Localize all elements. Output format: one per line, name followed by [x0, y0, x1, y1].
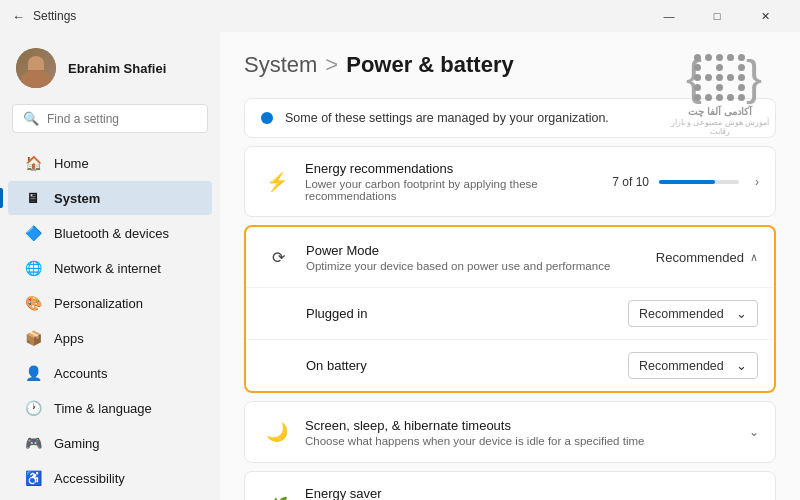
sidebar-item-gaming[interactable]: 🎮 Gaming [8, 426, 212, 460]
screen-sleep-title: Screen, sleep, & hibernate timeouts [305, 418, 741, 433]
chevron-down-icon: ⌄ [749, 425, 759, 439]
watermark: { } آکادمی آلفا چت آموزش هوش مصنوعی و با… [660, 52, 780, 136]
sidebar: Ebrahim Shafiei 🔍 🏠 Home 🖥 System 🔷 Blue… [0, 32, 220, 500]
progress-fill [659, 180, 715, 184]
sidebar-item-label: Gaming [54, 436, 100, 451]
energy-recommendations-info: Energy recommendations Lower your carbon… [293, 161, 612, 202]
info-banner-text: Some of these settings are managed by yo… [285, 111, 609, 125]
accessibility-icon: ♿ [24, 469, 42, 487]
sidebar-item-label: Network & internet [54, 261, 161, 276]
watermark-text: آکادمی آلفا چت [660, 106, 780, 117]
progress-section: 7 of 10 [612, 175, 739, 189]
screen-sleep-icon: 🌙 [261, 416, 293, 448]
dropdown-chevron-icon: ⌄ [736, 358, 747, 373]
on-battery-dropdown[interactable]: Recommended ⌄ [628, 352, 758, 379]
main-content: { } آکادمی آلفا چت آموزش هوش مصنوعی و با… [220, 32, 800, 500]
nav-list: 🏠 Home 🖥 System 🔷 Bluetooth & devices 🌐 … [0, 141, 220, 500]
apps-icon: 📦 [24, 329, 42, 347]
plugged-in-label: Plugged in [306, 306, 628, 321]
sidebar-item-label: System [54, 191, 100, 206]
power-mode-desc: Optimize your device based on power use … [306, 260, 656, 272]
energy-recommendations-row[interactable]: ⚡ Energy recommendations Lower your carb… [245, 147, 775, 216]
energy-recommendations-card[interactable]: ⚡ Energy recommendations Lower your carb… [244, 146, 776, 217]
time-icon: 🕐 [24, 399, 42, 417]
chevron-up-icon: ∧ [750, 251, 758, 264]
energy-recommendations-title: Energy recommendations [305, 161, 612, 176]
energy-saver-card[interactable]: 🌿 Energy saver Reduce power consumption … [244, 471, 776, 500]
info-dot-icon [261, 112, 273, 124]
plugged-in-row: Plugged in Recommended ⌄ [246, 287, 774, 339]
sidebar-item-label: Apps [54, 331, 84, 346]
breadcrumb-parent: System [244, 52, 317, 78]
sidebar-item-personalization[interactable]: 🎨 Personalization [8, 286, 212, 320]
title-bar-title: Settings [33, 9, 76, 23]
recommended-label: Recommended [656, 250, 744, 265]
sidebar-item-accounts[interactable]: 👤 Accounts [8, 356, 212, 390]
search-box[interactable]: 🔍 [12, 104, 208, 133]
energy-recommendations-desc: Lower your carbon footprint by applying … [305, 178, 612, 202]
screen-sleep-card[interactable]: 🌙 Screen, sleep, & hibernate timeouts Ch… [244, 401, 776, 463]
back-icon[interactable]: ← [12, 9, 25, 24]
sidebar-item-home[interactable]: 🏠 Home [8, 146, 212, 180]
plugged-in-dropdown[interactable]: Recommended ⌄ [628, 300, 758, 327]
energy-saver-row[interactable]: 🌿 Energy saver Reduce power consumption … [245, 472, 775, 500]
sidebar-item-label: Bluetooth & devices [54, 226, 169, 241]
energy-recommendations-right: 7 of 10 › [612, 175, 759, 189]
gaming-icon: 🎮 [24, 434, 42, 452]
energy-icon: ⚡ [261, 166, 293, 198]
energy-saver-info: Energy saver Reduce power consumption an… [293, 486, 637, 500]
screen-sleep-desc: Choose what happens when your device is … [305, 435, 741, 447]
title-bar-left: ← Settings [12, 9, 76, 24]
watermark-subtext: آموزش هوش مصنوعی و بازار رقابت [660, 118, 780, 136]
power-mode-title: Power Mode [306, 243, 656, 258]
bluetooth-icon: 🔷 [24, 224, 42, 242]
energy-saver-icon: 🌿 [261, 491, 293, 501]
sidebar-item-bluetooth[interactable]: 🔷 Bluetooth & devices [8, 216, 212, 250]
app-container: Ebrahim Shafiei 🔍 🏠 Home 🖥 System 🔷 Blue… [0, 32, 800, 500]
sidebar-item-time[interactable]: 🕐 Time & language [8, 391, 212, 425]
sidebar-item-privacy[interactable]: 🔒 Privacy & security [8, 496, 212, 500]
personalization-icon: 🎨 [24, 294, 42, 312]
maximize-button[interactable]: □ [694, 0, 740, 32]
sidebar-item-label: Personalization [54, 296, 143, 311]
sidebar-item-apps[interactable]: 📦 Apps [8, 321, 212, 355]
power-mode-icon: ⟳ [262, 241, 294, 273]
sidebar-item-label: Home [54, 156, 89, 171]
chevron-right-icon: › [755, 175, 759, 189]
on-battery-label: On battery [306, 358, 628, 373]
network-icon: 🌐 [24, 259, 42, 277]
on-battery-value: Recommended [639, 359, 724, 373]
on-battery-row: On battery Recommended ⌄ [246, 339, 774, 391]
sidebar-item-network[interactable]: 🌐 Network & internet [8, 251, 212, 285]
progress-text: 7 of 10 [612, 175, 649, 189]
avatar [16, 48, 56, 88]
plugged-in-value: Recommended [639, 307, 724, 321]
energy-saver-title: Energy saver [305, 486, 637, 500]
profile-section: Ebrahim Shafiei [0, 32, 220, 100]
sidebar-item-label: Time & language [54, 401, 152, 416]
search-input[interactable] [47, 112, 197, 126]
screen-sleep-info: Screen, sleep, & hibernate timeouts Choo… [293, 418, 741, 447]
title-bar-controls: — □ ✕ [646, 0, 788, 32]
power-mode-recommended: Recommended ∧ [656, 250, 758, 265]
accounts-icon: 👤 [24, 364, 42, 382]
sidebar-item-label: Accounts [54, 366, 107, 381]
screen-sleep-row[interactable]: 🌙 Screen, sleep, & hibernate timeouts Ch… [245, 402, 775, 462]
home-icon: 🏠 [24, 154, 42, 172]
minimize-button[interactable]: — [646, 0, 692, 32]
sidebar-item-system[interactable]: 🖥 System [8, 181, 212, 215]
page-title: Power & battery [346, 52, 514, 78]
dropdown-chevron-icon: ⌄ [736, 306, 747, 321]
sidebar-item-accessibility[interactable]: ♿ Accessibility [8, 461, 212, 495]
progress-bar [659, 180, 739, 184]
search-icon: 🔍 [23, 111, 39, 126]
power-mode-header[interactable]: ⟳ Power Mode Optimize your device based … [246, 227, 774, 287]
sidebar-item-label: Accessibility [54, 471, 125, 486]
profile-name: Ebrahim Shafiei [68, 61, 166, 76]
power-mode-card[interactable]: ⟳ Power Mode Optimize your device based … [244, 225, 776, 393]
close-button[interactable]: ✕ [742, 0, 788, 32]
breadcrumb-separator: > [325, 52, 338, 78]
power-mode-info: Power Mode Optimize your device based on… [294, 243, 656, 272]
system-icon: 🖥 [24, 189, 42, 207]
title-bar: ← Settings — □ ✕ [0, 0, 800, 32]
